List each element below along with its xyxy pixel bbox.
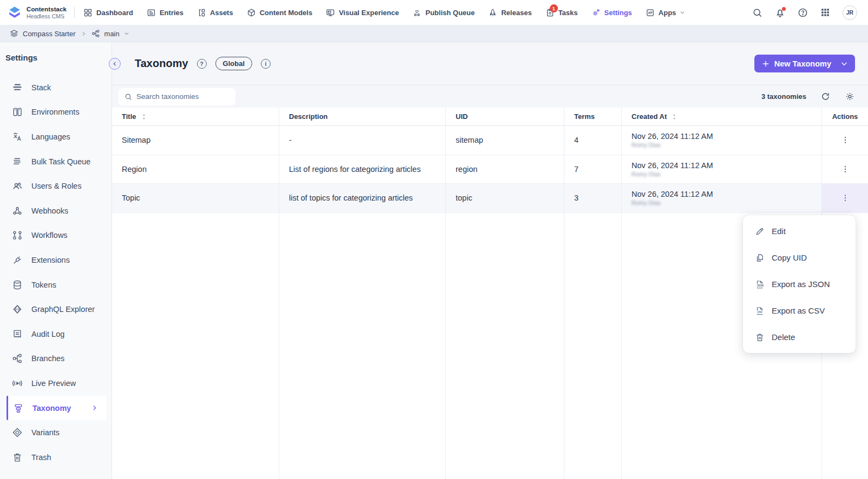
- nav-item-label: Visual Experience: [339, 9, 399, 17]
- cell-actions: [822, 155, 868, 184]
- sidebar-item-webhooks[interactable]: Webhooks: [0, 198, 111, 223]
- tokens-icon: [12, 280, 23, 290]
- column-header-title[interactable]: Title: [112, 108, 279, 125]
- logo-title: Contentstack: [27, 6, 67, 12]
- nav-item-settings[interactable]: Settings: [591, 8, 632, 17]
- sidebar-item-trash[interactable]: Trash: [0, 445, 111, 470]
- column-header-created-at[interactable]: Created At: [622, 108, 822, 125]
- nav-item-entries[interactable]: Entries: [147, 8, 183, 17]
- audit-log-icon: [12, 329, 23, 340]
- chevron-down-icon[interactable]: [840, 60, 848, 68]
- sidebar-item-graphql-explorer[interactable]: GraphQL Explorer: [0, 297, 111, 322]
- cell-description: -: [279, 126, 446, 155]
- nav-item-label: Dashboard: [96, 9, 133, 17]
- menu-item-delete[interactable]: Delete: [743, 324, 856, 350]
- info-icon[interactable]: i: [261, 59, 271, 69]
- branch-icon: [91, 29, 100, 38]
- extensions-icon: [12, 255, 23, 265]
- user-avatar[interactable]: JR: [843, 5, 857, 20]
- menu-item-label: Delete: [772, 332, 795, 342]
- nav-item-label: Apps: [659, 9, 676, 17]
- menu-item-export-json[interactable]: JSON Export as JSON: [743, 271, 856, 297]
- sidebar-item-label: Users & Roles: [31, 182, 82, 190]
- table-row-region[interactable]: Region List of regions for categorizing …: [112, 155, 868, 184]
- menu-item-export-csv[interactable]: CSV Export as CSV: [743, 297, 856, 324]
- export-csv-icon: CSV: [755, 306, 765, 316]
- new-taxonomy-button-label: New Taxonomy: [774, 59, 831, 68]
- refresh-icon[interactable]: [820, 91, 831, 102]
- webhooks-icon: [12, 205, 23, 216]
- nav-item-tasks[interactable]: Tasks 1: [545, 8, 578, 17]
- sidebar-item-extensions[interactable]: Extensions: [0, 248, 111, 272]
- trash-icon: [12, 452, 23, 463]
- sidebar-item-branches[interactable]: Branches: [0, 347, 111, 371]
- plus-icon: [762, 60, 770, 68]
- chevron-down-icon: [124, 31, 129, 36]
- sidebar-item-stack[interactable]: Stack: [0, 75, 111, 100]
- stack-icon: [12, 82, 23, 93]
- languages-icon: [12, 131, 23, 142]
- table-row-topic[interactable]: Topic list of topics for categorizing ar…: [112, 184, 868, 213]
- table-row-sitemap[interactable]: Sitemap - sitemap 4 Nov 26, 2024 11:12 A…: [112, 126, 868, 155]
- branches-icon: [12, 353, 23, 364]
- sidebar-item-workflows[interactable]: Workflows: [0, 223, 111, 248]
- created-date: Nov 26, 2024 11:12 AM: [632, 132, 713, 141]
- sidebar-item-users-roles[interactable]: Users & Roles: [0, 174, 111, 198]
- sidebar-item-label: Workflows: [31, 231, 68, 239]
- entries-icon: [147, 8, 156, 17]
- collapse-back-button[interactable]: [109, 58, 121, 70]
- page-header: Taxonomy ? Global i New Taxonomy: [112, 42, 868, 85]
- nav-item-label: Publish Queue: [425, 9, 475, 17]
- search-input[interactable]: [136, 92, 229, 101]
- menu-item-copy-uid[interactable]: Copy UID: [743, 244, 856, 271]
- chevron-left-icon: [112, 61, 117, 66]
- sidebar-item-audit-log[interactable]: Audit Log: [0, 322, 111, 347]
- column-label: UID: [456, 112, 468, 121]
- row-actions-kebab-icon[interactable]: [822, 126, 868, 155]
- menu-item-label: Export as JSON: [772, 280, 830, 289]
- nav-item-content-models[interactable]: Content Models: [247, 8, 313, 17]
- notifications-bell-icon[interactable]: [775, 8, 785, 18]
- global-badge: Global: [215, 57, 252, 70]
- graphql-explorer-icon: [12, 304, 23, 315]
- cell-terms: 7: [564, 155, 622, 184]
- row-actions-kebab-icon-active[interactable]: [822, 184, 868, 212]
- sidebar-item-taxonomy[interactable]: Taxonomy: [6, 396, 107, 421]
- sidebar-item-label: Variants: [31, 428, 60, 437]
- table-settings-gear-icon[interactable]: [845, 91, 855, 102]
- sidebar-item-tokens[interactable]: Tokens: [0, 272, 111, 297]
- nav-item-publish-queue[interactable]: Publish Queue: [412, 8, 475, 17]
- sidebar-item-live-preview[interactable]: Live Preview: [0, 371, 111, 396]
- sort-icon: [672, 114, 677, 120]
- row-actions-kebab-icon[interactable]: [822, 155, 868, 184]
- export-json-icon: JSON: [755, 280, 765, 289]
- sidebar-item-environments[interactable]: Environments: [0, 100, 111, 125]
- app-grid-icon[interactable]: [820, 8, 830, 17]
- nav-item-releases[interactable]: Releases: [488, 8, 531, 17]
- cell-terms: 3: [564, 184, 622, 212]
- contentstack-logo[interactable]: Contentstack Headless CMS: [8, 5, 67, 19]
- notification-dot: [782, 7, 786, 11]
- new-taxonomy-button[interactable]: New Taxonomy: [754, 55, 855, 72]
- tasks-badge: 1: [550, 4, 558, 12]
- sidebar-item-label: Tokens: [31, 281, 56, 289]
- nav-item-apps[interactable]: Apps: [646, 8, 686, 17]
- sidebar-item-variants[interactable]: Variants: [0, 420, 111, 445]
- taxonomy-help-icon[interactable]: ?: [197, 59, 207, 69]
- nav-item-dashboard[interactable]: Dashboard: [83, 8, 133, 17]
- users-roles-icon: [12, 181, 23, 191]
- breadcrumb: Compass Starter main: [0, 25, 868, 42]
- search-icon[interactable]: [752, 8, 762, 18]
- taxonomy-search[interactable]: [119, 88, 235, 105]
- nav-item-assets[interactable]: Assets: [197, 8, 233, 17]
- breadcrumb-branch[interactable]: main: [91, 29, 129, 38]
- breadcrumb-stack[interactable]: Compass Starter: [10, 29, 76, 38]
- help-icon[interactable]: [798, 8, 808, 18]
- menu-item-edit[interactable]: Edit: [743, 218, 856, 244]
- cell-title: Topic: [112, 184, 279, 212]
- primary-nav: Dashboard Entries Assets Content Models …: [83, 8, 685, 17]
- sidebar-item-bulk-task-queue[interactable]: Bulk Task Queue: [0, 149, 111, 174]
- live-preview-icon: [12, 378, 23, 389]
- sidebar-item-languages[interactable]: Languages: [0, 124, 111, 149]
- nav-item-visual-experience[interactable]: Visual Experience: [326, 8, 399, 17]
